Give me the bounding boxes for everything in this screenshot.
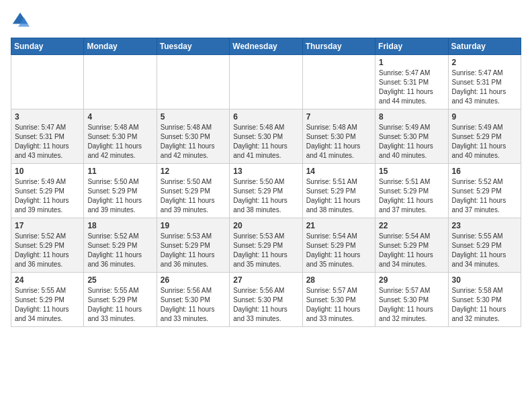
calendar-cell: 23Sunrise: 5:55 AM Sunset: 5:29 PM Dayli… [448,218,521,273]
calendar-cell [84,55,157,109]
day-number: 6 [233,112,298,122]
day-info: Sunrise: 5:48 AM Sunset: 5:30 PM Dayligh… [161,123,226,161]
calendar-cell: 27Sunrise: 5:56 AM Sunset: 5:30 PM Dayli… [230,273,302,327]
day-header-wednesday: Wednesday [230,38,302,55]
day-number: 23 [452,221,517,230]
day-number: 3 [15,112,80,122]
day-number: 21 [306,221,371,230]
calendar-cell: 17Sunrise: 5:52 AM Sunset: 5:29 PM Dayli… [11,218,84,273]
day-number: 8 [379,112,444,122]
calendar-week-3: 10Sunrise: 5:49 AM Sunset: 5:29 PM Dayli… [11,164,521,218]
calendar-week-2: 3Sunrise: 5:47 AM Sunset: 5:31 PM Daylig… [11,109,521,164]
day-number: 11 [87,167,152,176]
day-info: Sunrise: 5:47 AM Sunset: 5:31 PM Dayligh… [452,68,517,106]
calendar-cell: 22Sunrise: 5:54 AM Sunset: 5:29 PM Dayli… [375,218,448,273]
day-info: Sunrise: 5:48 AM Sunset: 5:30 PM Dayligh… [233,123,298,161]
calendar-cell: 30Sunrise: 5:58 AM Sunset: 5:30 PM Dayli… [448,273,521,327]
day-header-tuesday: Tuesday [157,38,229,55]
calendar-cell: 10Sunrise: 5:49 AM Sunset: 5:29 PM Dayli… [11,164,84,218]
day-info: Sunrise: 5:55 AM Sunset: 5:29 PM Dayligh… [15,286,80,324]
logo-icon [11,11,30,30]
day-number: 15 [379,167,444,176]
day-info: Sunrise: 5:51 AM Sunset: 5:29 PM Dayligh… [306,177,371,215]
calendar-cell: 20Sunrise: 5:53 AM Sunset: 5:29 PM Dayli… [230,218,302,273]
day-number: 27 [233,275,298,285]
day-info: Sunrise: 5:50 AM Sunset: 5:29 PM Dayligh… [161,177,226,215]
day-number: 22 [379,221,444,230]
calendar-cell: 29Sunrise: 5:57 AM Sunset: 5:30 PM Dayli… [375,273,448,327]
day-header-monday: Monday [84,38,157,55]
day-number: 10 [15,167,80,176]
day-number: 17 [15,221,80,230]
day-number: 29 [379,275,444,285]
day-header-friday: Friday [375,38,448,55]
calendar-cell: 19Sunrise: 5:53 AM Sunset: 5:29 PM Dayli… [157,218,229,273]
calendar-cell: 4Sunrise: 5:48 AM Sunset: 5:30 PM Daylig… [84,109,157,164]
calendar-cell: 18Sunrise: 5:52 AM Sunset: 5:29 PM Dayli… [84,218,157,273]
page-header [11,11,521,30]
day-number: 28 [306,275,371,285]
calendar-cell: 12Sunrise: 5:50 AM Sunset: 5:29 PM Dayli… [157,164,229,218]
day-number: 13 [233,167,298,176]
calendar-cell: 13Sunrise: 5:50 AM Sunset: 5:29 PM Dayli… [230,164,302,218]
calendar-cell: 25Sunrise: 5:55 AM Sunset: 5:29 PM Dayli… [84,273,157,327]
calendar-cell: 26Sunrise: 5:56 AM Sunset: 5:30 PM Dayli… [157,273,229,327]
day-number: 30 [452,275,517,285]
calendar-cell: 11Sunrise: 5:50 AM Sunset: 5:29 PM Dayli… [84,164,157,218]
calendar-cell: 3Sunrise: 5:47 AM Sunset: 5:31 PM Daylig… [11,109,84,164]
calendar-cell: 21Sunrise: 5:54 AM Sunset: 5:29 PM Dayli… [302,218,375,273]
day-number: 12 [161,167,226,176]
day-number: 26 [161,275,226,285]
calendar-cell: 16Sunrise: 5:52 AM Sunset: 5:29 PM Dayli… [448,164,521,218]
calendar-cell: 24Sunrise: 5:55 AM Sunset: 5:29 PM Dayli… [11,273,84,327]
day-number: 5 [161,112,226,122]
calendar-cell: 6Sunrise: 5:48 AM Sunset: 5:30 PM Daylig… [230,109,302,164]
calendar-cell: 1Sunrise: 5:47 AM Sunset: 5:31 PM Daylig… [375,55,448,109]
day-number: 24 [15,275,80,285]
day-info: Sunrise: 5:51 AM Sunset: 5:29 PM Dayligh… [379,177,444,215]
day-number: 19 [161,221,226,230]
calendar-cell: 7Sunrise: 5:48 AM Sunset: 5:30 PM Daylig… [302,109,375,164]
day-info: Sunrise: 5:52 AM Sunset: 5:29 PM Dayligh… [87,232,152,269]
day-info: Sunrise: 5:50 AM Sunset: 5:29 PM Dayligh… [233,177,298,215]
day-info: Sunrise: 5:47 AM Sunset: 5:31 PM Dayligh… [379,68,444,106]
calendar-cell: 5Sunrise: 5:48 AM Sunset: 5:30 PM Daylig… [157,109,229,164]
day-info: Sunrise: 5:54 AM Sunset: 5:29 PM Dayligh… [379,232,444,269]
day-info: Sunrise: 5:55 AM Sunset: 5:29 PM Dayligh… [452,232,517,269]
day-info: Sunrise: 5:53 AM Sunset: 5:29 PM Dayligh… [161,232,226,269]
day-info: Sunrise: 5:50 AM Sunset: 5:29 PM Dayligh… [87,177,152,215]
logo [11,11,32,30]
day-number: 20 [233,221,298,230]
calendar-cell: 15Sunrise: 5:51 AM Sunset: 5:29 PM Dayli… [375,164,448,218]
day-number: 14 [306,167,371,176]
day-info: Sunrise: 5:56 AM Sunset: 5:30 PM Dayligh… [161,286,226,324]
day-info: Sunrise: 5:57 AM Sunset: 5:30 PM Dayligh… [379,286,444,324]
calendar-cell: 9Sunrise: 5:49 AM Sunset: 5:29 PM Daylig… [448,109,521,164]
calendar-cell [230,55,302,109]
day-header-thursday: Thursday [302,38,375,55]
day-info: Sunrise: 5:57 AM Sunset: 5:30 PM Dayligh… [306,286,371,324]
day-info: Sunrise: 5:58 AM Sunset: 5:30 PM Dayligh… [452,286,517,324]
calendar-cell: 8Sunrise: 5:49 AM Sunset: 5:30 PM Daylig… [375,109,448,164]
day-info: Sunrise: 5:54 AM Sunset: 5:29 PM Dayligh… [306,232,371,269]
day-number: 25 [87,275,152,285]
calendar-week-4: 17Sunrise: 5:52 AM Sunset: 5:29 PM Dayli… [11,218,521,273]
day-info: Sunrise: 5:56 AM Sunset: 5:30 PM Dayligh… [233,286,298,324]
day-number: 4 [87,112,152,122]
day-number: 9 [452,112,517,122]
day-info: Sunrise: 5:52 AM Sunset: 5:29 PM Dayligh… [15,232,80,269]
calendar-cell: 14Sunrise: 5:51 AM Sunset: 5:29 PM Dayli… [302,164,375,218]
day-info: Sunrise: 5:49 AM Sunset: 5:29 PM Dayligh… [452,123,517,161]
day-number: 16 [452,167,517,176]
calendar-cell: 2Sunrise: 5:47 AM Sunset: 5:31 PM Daylig… [448,55,521,109]
calendar-week-1: 1Sunrise: 5:47 AM Sunset: 5:31 PM Daylig… [11,55,521,109]
day-info: Sunrise: 5:49 AM Sunset: 5:30 PM Dayligh… [379,123,444,161]
day-info: Sunrise: 5:53 AM Sunset: 5:29 PM Dayligh… [233,232,298,269]
day-header-saturday: Saturday [448,38,521,55]
day-number: 2 [452,58,517,67]
day-info: Sunrise: 5:52 AM Sunset: 5:29 PM Dayligh… [452,177,517,215]
calendar-week-5: 24Sunrise: 5:55 AM Sunset: 5:29 PM Dayli… [11,273,521,327]
calendar-cell [11,55,84,109]
day-number: 7 [306,112,371,122]
day-info: Sunrise: 5:55 AM Sunset: 5:29 PM Dayligh… [87,286,152,324]
